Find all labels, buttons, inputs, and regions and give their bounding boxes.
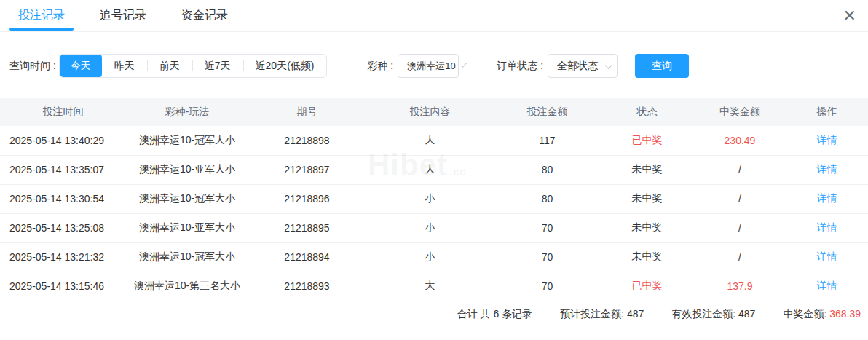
tab-fund-records[interactable]: 资金记录 bbox=[181, 0, 228, 32]
cell-status: 未中奖 bbox=[600, 242, 694, 272]
cell-issue: 21218896 bbox=[248, 184, 366, 213]
time-option-4[interactable]: 近7天 bbox=[192, 54, 243, 78]
cell-issue: 21218897 bbox=[248, 155, 366, 184]
cell-amount: 80 bbox=[494, 184, 600, 213]
cell-play: 澳洲幸运10-冠军大小 bbox=[126, 184, 248, 213]
table-body: 2025-05-14 13:40:29澳洲幸运10-冠军大小21218898大1… bbox=[0, 126, 868, 301]
cell-issue: 21218893 bbox=[248, 272, 366, 301]
records-table: 投注时间彩种-玩法期号投注内容投注金额状态中奖金额操作 2025-05-14 1… bbox=[0, 98, 868, 301]
summary-item-value: 487 bbox=[627, 308, 644, 320]
column-header: 投注金额 bbox=[494, 98, 600, 126]
cell-content: 小 bbox=[366, 242, 494, 272]
time-option-3[interactable]: 前天 bbox=[147, 54, 192, 78]
cell-bet-time: 2025-05-14 13:21:32 bbox=[0, 242, 126, 272]
time-option-5[interactable]: 近20天(低频) bbox=[243, 54, 327, 78]
cell-action: 详情 bbox=[786, 184, 868, 213]
cell-bet-time: 2025-05-14 13:40:29 bbox=[0, 126, 126, 155]
cell-play: 澳洲幸运10-亚军大小 bbox=[126, 213, 248, 242]
detail-link[interactable]: 详情 bbox=[817, 221, 837, 233]
time-filter-label: 查询时间 : bbox=[9, 60, 56, 73]
query-button[interactable]: 查询 bbox=[635, 54, 689, 78]
table-row: 2025-05-14 13:21:32澳洲幸运10-冠军大小21218894小7… bbox=[0, 242, 868, 272]
cell-action: 详情 bbox=[786, 272, 868, 301]
cell-bet-time: 2025-05-14 13:15:46 bbox=[0, 272, 126, 301]
column-header: 期号 bbox=[248, 98, 366, 126]
cell-amount: 70 bbox=[494, 213, 600, 242]
cell-amount: 117 bbox=[494, 126, 600, 155]
cell-prize: / bbox=[694, 242, 786, 272]
cell-play: 澳洲幸运10-亚军大小 bbox=[126, 155, 248, 184]
betting-records-panel: 投注记录 追号记录 资金记录 ✕ 查询时间 : 今天昨天前天近7天近20天(低频… bbox=[0, 0, 868, 340]
cell-action: 详情 bbox=[786, 213, 868, 242]
cell-action: 详情 bbox=[786, 242, 868, 272]
table-header-row: 投注时间彩种-玩法期号投注内容投注金额状态中奖金额操作 bbox=[0, 98, 868, 126]
chevron-down-icon bbox=[605, 61, 613, 69]
column-header: 投注时间 bbox=[0, 98, 126, 126]
summary-item-value: 487 bbox=[738, 308, 755, 320]
cell-status: 已中奖 bbox=[600, 272, 694, 301]
cell-play: 澳洲幸运10-冠军大小 bbox=[126, 242, 248, 272]
lottery-select-value: 澳洲幸运10 bbox=[407, 60, 455, 73]
status-filter-label: 订单状态 : bbox=[497, 60, 543, 73]
time-option-1[interactable]: 今天 bbox=[60, 54, 102, 78]
chevron-down-icon bbox=[462, 63, 466, 67]
column-header: 操作 bbox=[786, 98, 868, 126]
table-header: 投注时间彩种-玩法期号投注内容投注金额状态中奖金额操作 bbox=[0, 98, 868, 126]
summary-item-label: 预计投注金额: bbox=[560, 308, 627, 320]
cell-issue: 21218895 bbox=[248, 213, 366, 242]
table-row: 2025-05-14 13:40:29澳洲幸运10-冠军大小21218898大1… bbox=[0, 126, 868, 155]
detail-link[interactable]: 详情 bbox=[817, 134, 837, 146]
summary-total: 合计 共 6 条记录 bbox=[457, 308, 532, 321]
cell-content: 小 bbox=[366, 213, 494, 242]
order-status-select-value: 全部状态 bbox=[557, 60, 598, 73]
summary-bar: 合计 共 6 条记录 预计投注金额: 487有效投注金额: 487中奖金额: 3… bbox=[0, 301, 868, 328]
filter-bar: 查询时间 : 今天昨天前天近7天近20天(低频) 彩种 : 澳洲幸运10 订单状… bbox=[9, 54, 868, 78]
time-filter-group: 今天昨天前天近7天近20天(低频) bbox=[59, 54, 328, 78]
column-header: 彩种-玩法 bbox=[126, 98, 248, 126]
cell-status: 未中奖 bbox=[600, 213, 694, 242]
table-row: 2025-05-14 13:35:07澳洲幸运10-亚军大小21218897大8… bbox=[0, 155, 868, 184]
cell-amount: 80 bbox=[494, 155, 600, 184]
cell-prize: / bbox=[694, 155, 786, 184]
order-status-select[interactable]: 全部状态 bbox=[548, 54, 618, 78]
time-option-2[interactable]: 昨天 bbox=[102, 54, 147, 78]
cell-action: 详情 bbox=[786, 155, 868, 184]
detail-link[interactable]: 详情 bbox=[817, 280, 837, 291]
cell-play: 澳洲幸运10-冠军大小 bbox=[126, 126, 248, 155]
column-header: 状态 bbox=[600, 98, 694, 126]
table-row: 2025-05-14 13:30:54澳洲幸运10-冠军大小21218896小8… bbox=[0, 184, 868, 213]
cell-amount: 70 bbox=[494, 242, 600, 272]
detail-link[interactable]: 详情 bbox=[817, 192, 837, 204]
summary-item: 有效投注金额: 487 bbox=[671, 308, 755, 321]
cell-bet-time: 2025-05-14 13:35:07 bbox=[0, 155, 126, 184]
cell-prize: 230.49 bbox=[694, 126, 786, 155]
summary-item-label: 有效投注金额: bbox=[671, 308, 738, 320]
close-icon[interactable]: ✕ bbox=[843, 6, 856, 26]
column-header: 投注内容 bbox=[366, 98, 494, 126]
tab-chase-records[interactable]: 追号记录 bbox=[100, 0, 146, 32]
cell-content: 大 bbox=[366, 126, 494, 155]
cell-amount: 70 bbox=[494, 272, 600, 301]
summary-item: 中奖金额: 368.39 bbox=[783, 308, 861, 321]
detail-link[interactable]: 详情 bbox=[817, 250, 837, 262]
lottery-filter-label: 彩种 : bbox=[367, 60, 393, 73]
cell-content: 大 bbox=[366, 155, 494, 184]
cell-issue: 21218898 bbox=[248, 126, 366, 155]
cell-status: 已中奖 bbox=[600, 126, 694, 155]
table-row: 2025-05-14 13:15:46澳洲幸运10-第三名大小21218893大… bbox=[0, 272, 868, 301]
summary-item: 预计投注金额: 487 bbox=[560, 308, 644, 321]
cell-play: 澳洲幸运10-第三名大小 bbox=[126, 272, 248, 301]
summary-item-label: 中奖金额: bbox=[783, 308, 829, 320]
detail-link[interactable]: 详情 bbox=[817, 163, 837, 175]
summary-item-value: 368.39 bbox=[829, 308, 861, 320]
cell-prize: / bbox=[694, 213, 786, 242]
cell-status: 未中奖 bbox=[600, 184, 694, 213]
cell-bet-time: 2025-05-14 13:25:08 bbox=[0, 213, 126, 242]
table-row: 2025-05-14 13:25:08澳洲幸运10-亚军大小21218895小7… bbox=[0, 213, 868, 242]
cell-action: 详情 bbox=[786, 126, 868, 155]
cell-prize: 137.9 bbox=[694, 272, 786, 301]
cell-content: 大 bbox=[366, 272, 494, 301]
cell-status: 未中奖 bbox=[600, 155, 694, 184]
lottery-select[interactable]: 澳洲幸运10 bbox=[398, 54, 459, 78]
tab-bet-records[interactable]: 投注记录 bbox=[18, 0, 65, 32]
